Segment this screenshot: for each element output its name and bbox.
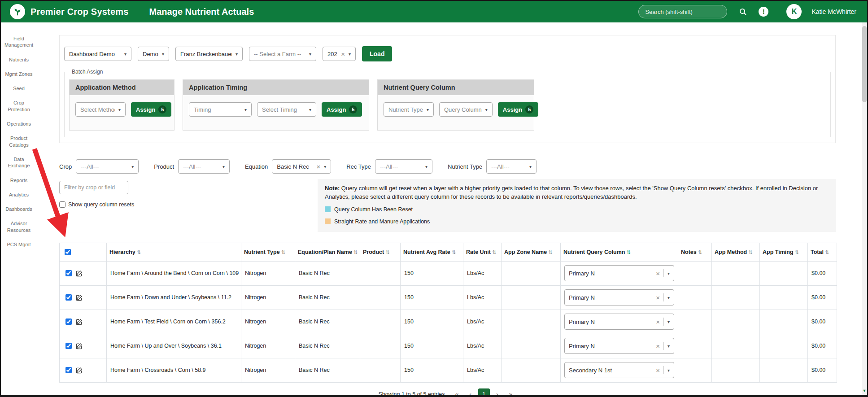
edit-row-icon[interactable] bbox=[76, 270, 83, 277]
chevron-down-icon: ▾ bbox=[309, 52, 311, 57]
product-filter-label: Product bbox=[154, 163, 174, 170]
sidebar-item-advisor-resources[interactable]: Advisor Resources bbox=[2, 216, 36, 237]
next-page-button[interactable]: › bbox=[492, 388, 503, 397]
sidebar-item-dashboards[interactable]: Dashboards bbox=[2, 202, 36, 216]
sidebar-item-pcs-mgmt[interactable]: PCS Mgmt bbox=[2, 237, 36, 252]
scrollbar-thumb[interactable] bbox=[862, 26, 867, 102]
row-query-column-select[interactable]: Secondary N 1st × ▾ bbox=[564, 362, 674, 378]
row-query-column-select[interactable]: Primary N × ▾ bbox=[564, 338, 674, 354]
col-hierarchy[interactable]: Hierarchy⇅ bbox=[107, 243, 241, 261]
col-app-timing[interactable]: App Timing⇅ bbox=[760, 243, 808, 261]
row-query-column-select[interactable]: Primary N × ▾ bbox=[564, 314, 674, 330]
last-page-button[interactable]: » bbox=[505, 388, 517, 397]
farm-select[interactable]: -- Select a Farm -- ▾ bbox=[249, 47, 316, 61]
assign-query-column-button[interactable]: Assign 5 bbox=[498, 102, 538, 117]
product-cell bbox=[360, 310, 401, 334]
query-column-select[interactable]: Query Column ▾ bbox=[439, 102, 493, 117]
row-checkbox[interactable] bbox=[65, 294, 72, 301]
product-filter-select[interactable]: ---All--- ▾ bbox=[178, 159, 230, 174]
row-query-column-select[interactable]: Primary N × ▾ bbox=[564, 265, 674, 281]
select-all-checkbox[interactable] bbox=[65, 249, 71, 255]
page-1-button[interactable]: 1 bbox=[478, 388, 490, 397]
nutrient-type-cell: Nitrogen bbox=[241, 261, 295, 285]
sidebar-item-field-management[interactable]: Field Management bbox=[2, 31, 36, 52]
row-checkbox[interactable] bbox=[65, 270, 72, 276]
nutrient-type-filter-select[interactable]: ---All--- ▾ bbox=[486, 159, 537, 174]
search-icon[interactable] bbox=[739, 8, 747, 16]
sidebar-item-seed[interactable]: Seed bbox=[2, 81, 36, 96]
col-app-method[interactable]: App Method⇅ bbox=[712, 243, 760, 261]
table-row: Home Farm \ Down and Under \ Soybeans \ … bbox=[60, 285, 837, 310]
sidebar-item-nutrients[interactable]: Nutrients bbox=[2, 52, 36, 67]
dataset-select[interactable]: Dashboard Demo ▾ bbox=[64, 47, 131, 61]
col-rate-unit[interactable]: Rate Unit⇅ bbox=[463, 243, 502, 261]
rec-type-filter-select[interactable]: ---All--- ▾ bbox=[375, 159, 432, 174]
sidebar-item-operations[interactable]: Operations bbox=[2, 117, 36, 131]
method-select[interactable]: Select Method ▾ bbox=[75, 102, 126, 117]
scroll-down-icon[interactable]: ▼ bbox=[862, 388, 867, 393]
application-timing-panel: Application Timing Timing ▾ Select Timin… bbox=[183, 79, 369, 131]
assign-method-button[interactable]: Assign 5 bbox=[131, 102, 171, 117]
sidebar-item-data-exchange[interactable]: Data Exchange bbox=[2, 152, 36, 173]
rec-type-filter-label: Rec Type bbox=[346, 163, 371, 170]
row-checkbox[interactable] bbox=[65, 367, 72, 373]
row-checkbox[interactable] bbox=[65, 343, 72, 349]
year-select[interactable]: 2022 × ▾ bbox=[323, 47, 356, 61]
edit-row-icon[interactable] bbox=[76, 318, 83, 325]
col-product[interactable]: Product⇅ bbox=[360, 243, 401, 261]
assign-timing-button[interactable]: Assign 5 bbox=[322, 102, 362, 117]
timing-type-select[interactable]: Timing ▾ bbox=[189, 102, 252, 117]
clear-icon[interactable]: × bbox=[656, 318, 660, 325]
avatar[interactable]: K bbox=[786, 4, 802, 19]
show-resets-label: Show query column resets bbox=[68, 201, 134, 208]
clear-icon[interactable]: × bbox=[656, 343, 660, 349]
col-app-zone-name[interactable]: App Zone Name⇅ bbox=[502, 243, 561, 261]
clear-icon[interactable]: × bbox=[317, 163, 321, 170]
clear-icon[interactable]: × bbox=[656, 270, 660, 277]
col-notes[interactable]: Notes⇅ bbox=[678, 243, 712, 261]
load-button[interactable]: Load bbox=[362, 46, 392, 61]
first-page-button[interactable]: « bbox=[451, 388, 463, 397]
crop-field-filter-input[interactable] bbox=[59, 181, 128, 194]
user-name: Katie McWhirter bbox=[811, 8, 856, 15]
app-method-cell bbox=[712, 261, 760, 285]
vertical-scrollbar[interactable]: ▼ bbox=[862, 22, 867, 395]
sort-icon: ⇅ bbox=[353, 249, 358, 255]
col-nutrient-avg-rate[interactable]: Nutrient Avg Rate⇅ bbox=[401, 243, 463, 261]
row-checkbox[interactable] bbox=[65, 318, 72, 325]
product-cell bbox=[360, 261, 401, 285]
show-resets-checkbox[interactable] bbox=[59, 201, 65, 208]
col-nutrient-query-column[interactable]: Nutrient Query Column⇅ bbox=[561, 243, 678, 261]
global-search[interactable] bbox=[638, 5, 727, 18]
clear-icon[interactable]: × bbox=[341, 51, 345, 57]
edit-row-icon[interactable] bbox=[76, 343, 83, 349]
edit-row-icon[interactable] bbox=[76, 367, 83, 374]
show-resets-toggle[interactable]: Show query column resets bbox=[59, 201, 318, 208]
col-nutrient-type[interactable]: Nutrient Type⇅ bbox=[241, 243, 295, 261]
prev-page-button[interactable]: ‹ bbox=[465, 388, 476, 397]
help-icon[interactable]: ! bbox=[759, 7, 768, 17]
sidebar-item-reports[interactable]: Reports bbox=[2, 173, 36, 188]
search-input[interactable] bbox=[645, 9, 720, 15]
col-equation-plan-name[interactable]: Equation/Plan Name⇅ bbox=[295, 243, 360, 261]
clear-icon[interactable]: × bbox=[656, 367, 660, 374]
sidebar-item-product-catalogs[interactable]: Product Catalogs bbox=[2, 131, 36, 152]
grower-select[interactable]: Franz Breckenbauer ▾ bbox=[175, 47, 243, 61]
col-total[interactable]: Total⇅ bbox=[808, 243, 837, 261]
brand-logo-icon[interactable] bbox=[10, 4, 25, 19]
clear-icon[interactable]: × bbox=[656, 294, 660, 301]
crop-filter-select[interactable]: ---All--- ▾ bbox=[76, 159, 139, 174]
group-select[interactable]: Demo ▾ bbox=[138, 47, 169, 61]
row-query-column-select[interactable]: Primary N × ▾ bbox=[564, 289, 674, 305]
app-method-cell bbox=[712, 310, 760, 334]
sidebar-item-analytics[interactable]: Analytics bbox=[2, 188, 36, 202]
main-content: Dashboard Demo ▾ Demo ▾ Franz Breckenbau… bbox=[37, 22, 867, 395]
sidebar-item-mgmt-zones[interactable]: Mgmt Zones bbox=[2, 67, 36, 81]
edit-row-icon[interactable] bbox=[76, 294, 83, 301]
equation-filter-select[interactable]: Basic N Rec × ▾ bbox=[272, 159, 331, 174]
timing-select[interactable]: Select Timing ▾ bbox=[257, 102, 316, 117]
pagination: « ‹ 1 › » bbox=[451, 388, 517, 397]
sidebar-item-crop-protection[interactable]: Crop Protection bbox=[2, 96, 36, 117]
panel-title: Application Method bbox=[70, 80, 174, 95]
nutrient-type-select[interactable]: Nutrient Type ▾ bbox=[384, 102, 434, 117]
